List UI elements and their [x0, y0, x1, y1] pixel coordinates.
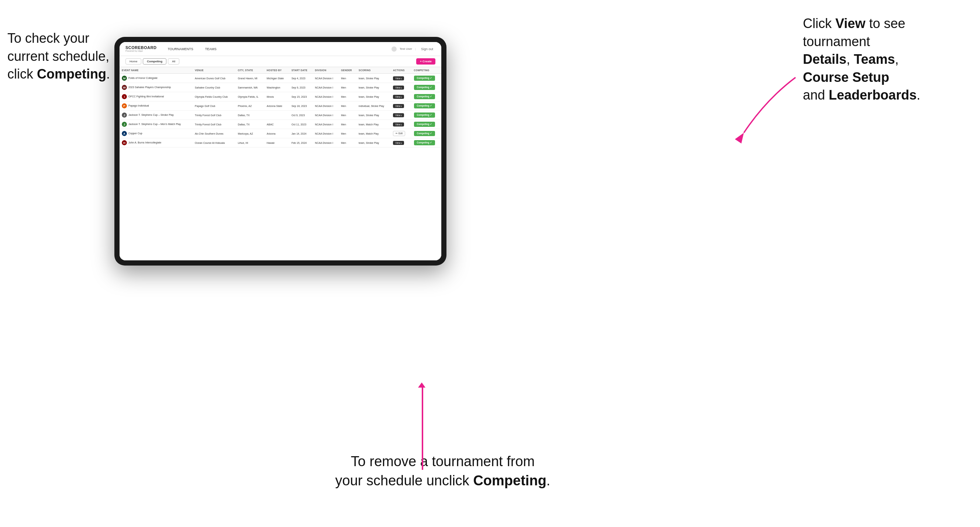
svg-text:J: J	[124, 123, 125, 126]
competing-button[interactable]: Competing ✓	[414, 122, 435, 127]
view-button[interactable]: View ℹ	[393, 76, 404, 80]
view-button[interactable]: View ℹ	[393, 95, 404, 99]
svg-text:M: M	[123, 77, 126, 80]
tournaments-table: EVENT NAME VENUE CITY, STATE HOSTED BY S…	[119, 67, 441, 148]
cell-competing: Competing ✓	[412, 102, 441, 111]
filter-competing-button[interactable]: Competing	[143, 58, 166, 65]
filter-all-button[interactable]: All	[168, 58, 179, 65]
cell-city: Grand Haven, MI	[235, 74, 264, 83]
logo-sub: Powered by clippi	[126, 50, 156, 52]
bottom-arrow-head	[418, 383, 425, 387]
nav-tournaments[interactable]: TOURNAMENTS	[165, 46, 195, 52]
cell-event-name: HJohn A. Burns Intercollegiate	[119, 138, 192, 148]
cell-actions: View ℹ	[391, 120, 411, 129]
cell-start: Feb 15, 2024	[289, 138, 313, 148]
cell-venue: Papago Golf Club	[192, 102, 235, 111]
table-row: HJohn A. Burns Intercollegiate Ocean Cou…	[119, 138, 441, 148]
col-start-date: START DATE	[289, 67, 313, 74]
cell-scoring: team, Stroke Play	[356, 138, 391, 148]
cell-scoring: team, Stroke Play	[356, 92, 391, 102]
cell-gender: Men	[339, 129, 356, 138]
cell-competing: Competing ✓	[412, 92, 441, 102]
cell-event-name: PPapago Individual	[119, 102, 192, 111]
competing-button[interactable]: Competing ✓	[414, 85, 435, 90]
nav-user: Test User	[399, 47, 412, 51]
cell-scoring: team, Match Play	[356, 120, 391, 129]
view-button[interactable]: View ℹ	[393, 104, 404, 108]
cell-division: NCAA Division I	[312, 83, 339, 92]
cell-division: NCAA Division I	[312, 129, 339, 138]
logo-text: SCOREBOARD	[126, 46, 156, 50]
col-city-state: CITY, STATE	[235, 67, 264, 74]
scoreboard-logo: SCOREBOARD Powered by clippi	[126, 46, 156, 52]
table-row: MFolds of Honor Collegiate American Dune…	[119, 74, 441, 83]
cell-venue: Sahalee Country Club	[192, 83, 235, 92]
cell-venue: Olympia Fields Country Club	[192, 92, 235, 102]
competing-button[interactable]: Competing ✓	[414, 76, 435, 81]
cell-city: Olympia Fields, IL	[235, 92, 264, 102]
cell-start: Sep 4, 2023	[289, 74, 313, 83]
table-row: PPapago Individual Papago Golf Club Phoe…	[119, 102, 441, 111]
cell-actions: View ℹ	[391, 74, 411, 83]
cell-gender: Men	[339, 74, 356, 83]
cell-city: Maricopa, AZ	[235, 129, 264, 138]
cell-division: NCAA Division I	[312, 120, 339, 129]
cell-hosted: Hawaii	[264, 138, 289, 148]
annotation-top-right: Click View to see tournament Details, Te…	[803, 15, 973, 104]
create-button[interactable]: + Create	[416, 58, 435, 65]
cell-competing: Competing ✓	[412, 129, 441, 138]
cell-competing: Competing ✓	[412, 83, 441, 92]
competing-button[interactable]: Competing ✓	[414, 94, 435, 99]
bottom-arrow-line	[422, 385, 423, 470]
cell-division: NCAA Division I	[312, 138, 339, 148]
cell-actions: View ℹ	[391, 83, 411, 92]
competing-button[interactable]: Competing ✓	[414, 140, 435, 145]
filter-home-button[interactable]: Home	[126, 58, 141, 65]
table-row: IOFCC Fighting Illini Invitational Olymp…	[119, 92, 441, 102]
cell-competing: Competing ✓	[412, 111, 441, 120]
cell-city: Dallas, TX	[235, 111, 264, 120]
cell-actions: View ℹ	[391, 138, 411, 148]
nav-teams[interactable]: TEAMS	[203, 46, 219, 52]
sign-out-link[interactable]: Sign out	[419, 46, 435, 52]
cell-hosted: Illinois	[264, 92, 289, 102]
competing-button[interactable]: Competing ✓	[414, 113, 435, 117]
table-row: W2023 Sahalee Players Championship Sahal…	[119, 83, 441, 92]
cell-division: NCAA Division I	[312, 92, 339, 102]
cell-competing: Competing ✓	[412, 74, 441, 83]
cell-hosted: ABAC	[264, 120, 289, 129]
cell-scoring: team, Stroke Play	[356, 74, 391, 83]
svg-text:P: P	[123, 104, 126, 108]
cell-venue: Ocean Course At Hokuala	[192, 138, 235, 148]
col-gender: GENDER	[339, 67, 356, 74]
svg-text:J: J	[124, 114, 125, 117]
cell-competing: Competing ✓	[412, 138, 441, 148]
view-button[interactable]: View ℹ	[393, 86, 404, 90]
cell-division: NCAA Division I	[312, 102, 339, 111]
competing-button[interactable]: Competing ✓	[414, 131, 435, 136]
cell-venue: Trinity Forest Golf Club	[192, 111, 235, 120]
tablet: SCOREBOARD Powered by clippi TOURNAMENTS…	[115, 37, 447, 265]
view-button[interactable]: View ℹ	[393, 122, 404, 127]
competing-button[interactable]: Competing ✓	[414, 103, 435, 108]
cell-scoring: team, Stroke Play	[356, 83, 391, 92]
svg-text:W: W	[123, 86, 126, 89]
col-division: DIVISION	[312, 67, 339, 74]
filter-bar: Home Competing All + Create	[119, 56, 441, 67]
cell-actions: View ℹ	[391, 92, 411, 102]
cell-city: Sammamish, WA	[235, 83, 264, 92]
cell-hosted	[264, 111, 289, 120]
cell-event-name: JJackson T. Stephens Cup – Men's Match P…	[119, 120, 192, 129]
table-row: JJackson T. Stephens Cup – Men's Match P…	[119, 120, 441, 129]
edit-button[interactable]: ✏ Edit	[393, 131, 405, 136]
cell-event-name: ACopper Cup	[119, 129, 192, 138]
cell-division: NCAA Division I	[312, 74, 339, 83]
view-button[interactable]: View ℹ	[393, 141, 404, 145]
view-button[interactable]: View ℹ	[393, 113, 404, 117]
cell-venue: Trinity Forest Golf Club	[192, 120, 235, 129]
cell-actions: View ℹ	[391, 111, 411, 120]
cell-actions: ✏ Edit	[391, 129, 411, 138]
cell-gender: Men	[339, 111, 356, 120]
cell-city: Lihue, HI	[235, 138, 264, 148]
cell-scoring: team, Match Play	[356, 129, 391, 138]
